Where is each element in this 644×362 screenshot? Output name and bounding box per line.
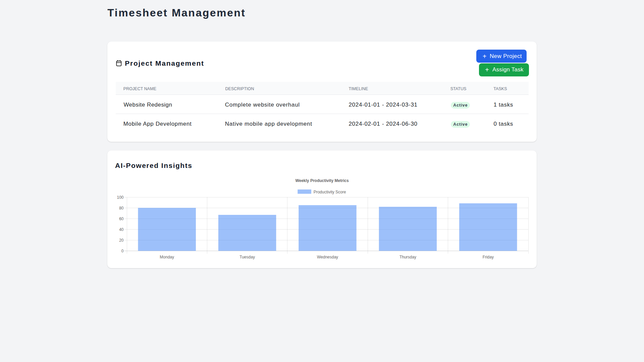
svg-text:Thursday: Thursday	[399, 255, 416, 259]
svg-text:60: 60	[119, 217, 124, 221]
svg-text:Tuesday: Tuesday	[239, 255, 255, 259]
svg-text:20: 20	[119, 238, 124, 243]
svg-text:Wednesday: Wednesday	[317, 255, 338, 259]
svg-text:40: 40	[119, 227, 124, 232]
svg-text:Monday: Monday	[160, 255, 174, 259]
svg-text:0: 0	[121, 249, 124, 253]
svg-text:80: 80	[119, 206, 124, 210]
svg-text:Productivity Score: Productivity Score	[314, 190, 346, 194]
svg-text:100: 100	[117, 195, 123, 200]
svg-text:Weekly Productivity Metrics: Weekly Productivity Metrics	[295, 178, 348, 183]
svg-text:Friday: Friday	[483, 255, 494, 259]
